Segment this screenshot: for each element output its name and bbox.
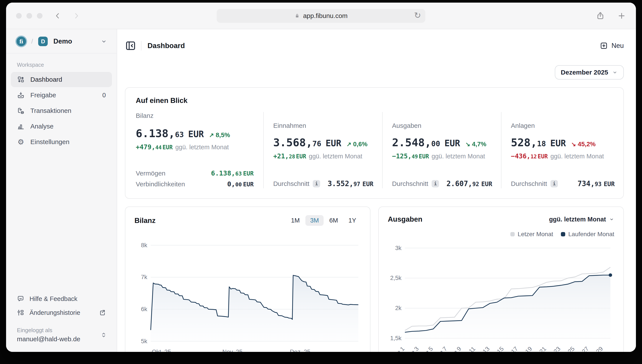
zoom-window-button[interactable] — [37, 13, 43, 19]
close-window-button[interactable] — [16, 13, 22, 19]
workspace-name: Demo — [53, 38, 72, 45]
svg-text:6k: 6k — [141, 306, 147, 312]
logged-in-label: Eingeloggt als — [17, 327, 80, 334]
average-row: Durchschnitt i 734,93EUR — [511, 180, 615, 188]
metric-value: 3.568, — [273, 136, 312, 149]
browser-window: app.fibunu.com ↻ fi / D Demo — [6, 2, 636, 352]
browser-back-icon[interactable] — [54, 12, 62, 20]
svg-text:5k: 5k — [141, 338, 147, 344]
sidebar-item-label: Analyse — [30, 123, 54, 130]
info-icon[interactable]: i — [550, 180, 558, 188]
browser-forward-icon[interactable] — [73, 12, 80, 20]
overview-title: Auf einen Blick — [136, 96, 623, 105]
charts-row: Bilanz 1M 3M 6M 1Y 8k7k6k5kOkt. 25Nov. 2… — [125, 206, 624, 352]
currency-label: EUR — [188, 129, 204, 139]
sidebar-item-freigabe[interactable]: Freigabe 0 — [11, 88, 112, 103]
svg-text:2k: 2k — [395, 305, 402, 311]
period-selector-button[interactable]: Dezember 2025 — [555, 65, 624, 80]
balance-chart-card: Bilanz 1M 3M 6M 1Y 8k7k6k5kOkt. 25Nov. 2… — [125, 206, 371, 352]
gear-icon: ⚙ — [17, 138, 25, 146]
info-icon[interactable]: i — [313, 180, 320, 188]
average-row: Durchschnitt i 2.607,92EUR — [392, 180, 492, 188]
external-link-icon — [99, 309, 106, 316]
chart-legend: Letzer Monat Laufender Monat — [388, 231, 614, 238]
sidebar-item-transaktionen[interactable]: Transaktionen — [11, 103, 112, 118]
sidebar-item-label: Dashboard — [30, 76, 62, 83]
metric-label: Bilanz — [136, 112, 254, 120]
expenses-chart: 3k2,5k2k1,5kTag 1Tag 3Tag 5Tag 7Tag 9Tag… — [388, 243, 614, 352]
sidebar-item-label: Hilfe & Feedback — [30, 295, 77, 302]
sidebar-item-einstellungen[interactable]: ⚙ Einstellungen — [11, 134, 112, 150]
metric-label: Ausgaben — [392, 122, 492, 129]
dashboard-grid-icon — [17, 76, 25, 84]
sidebar-item-dashboard[interactable]: Dashboard — [11, 72, 112, 87]
freigabe-count-badge: 0 — [102, 92, 106, 99]
overview-column-anlagen: Anlagen 528,18 EUR ↘45,2% −436,12EUR ggü… — [501, 112, 623, 188]
range-button-6m[interactable]: 6M — [325, 215, 343, 226]
transactions-icon — [17, 107, 25, 114]
svg-text:Tag 19: Tag 19 — [516, 345, 533, 352]
trend-up-icon: ↗ — [209, 132, 214, 139]
chevron-down-icon — [101, 38, 107, 45]
inbox-download-icon — [17, 91, 25, 99]
legend-swatch-navy — [561, 232, 565, 236]
svg-text:Tag 9: Tag 9 — [447, 345, 463, 352]
square-plus-icon — [600, 42, 608, 50]
reload-icon[interactable]: ↻ — [414, 11, 421, 20]
period-label: Dezember 2025 — [561, 69, 608, 76]
svg-text:Tag 1: Tag 1 — [391, 345, 406, 352]
trend-up-icon: ↗ — [346, 141, 351, 148]
range-button-1y[interactable]: 1Y — [344, 215, 361, 226]
currency-label: EUR — [444, 138, 460, 148]
share-icon[interactable] — [596, 12, 605, 20]
delta-row: +479,44EUR ggü. letztem Monat — [136, 143, 254, 151]
svg-text:8k: 8k — [141, 242, 147, 248]
trend-down-icon: ↘ — [571, 141, 576, 148]
chart-title: Ausgaben — [388, 215, 423, 224]
new-button[interactable]: Neu — [600, 42, 624, 50]
sidebar-item-label: Einstellungen — [30, 138, 69, 146]
sidebar-collapse-icon[interactable] — [125, 40, 136, 51]
sidebar-item-aenderungshistorie[interactable]: Änderungshistorie — [11, 306, 112, 320]
svg-text:Nov. 25: Nov. 25 — [222, 348, 242, 352]
window-controls[interactable] — [16, 13, 43, 19]
expenses-chart-card: Ausgaben ggü. letztem Monat — [378, 206, 624, 352]
overview-column-einnahmen: Einnahmen 3.568,76 EUR ↗0,6% +21,28EUR g… — [263, 112, 382, 188]
range-button-3m[interactable]: 3M — [305, 215, 324, 226]
user-account-selector[interactable]: Eingeloggt als manuel@hald-web.de — [6, 321, 117, 352]
metric-value: 528, — [511, 136, 537, 149]
legend-item-letzer-monat: Letzer Monat — [510, 231, 553, 238]
workspace-section-label: Workspace — [17, 62, 117, 68]
workspace-switcher[interactable]: fi / D Demo — [6, 29, 117, 54]
sidebar-item-analyse[interactable]: Analyse — [11, 119, 112, 134]
legend-swatch-gray — [510, 232, 515, 236]
compare-dropdown[interactable]: ggü. letztem Monat — [549, 216, 614, 223]
metric-label: Anlagen — [511, 122, 615, 129]
svg-text:Tag 21: Tag 21 — [530, 345, 547, 352]
currency-label: EUR — [550, 138, 566, 148]
range-button-1m[interactable]: 1M — [286, 215, 304, 226]
user-email: manuel@hald-web.de — [17, 336, 80, 343]
svg-text:Okt. 25: Okt. 25 — [152, 348, 171, 352]
delta-row: −125,49EUR ggü. letztem Monat — [392, 152, 492, 160]
sidebar-item-hilfe-feedback[interactable]: Hilfe & Feedback — [11, 292, 112, 306]
new-tab-icon[interactable] — [617, 12, 626, 20]
address-bar[interactable]: app.fibunu.com ↻ — [217, 9, 425, 23]
metric-label: Einnahmen — [273, 122, 374, 129]
chevron-down-icon — [609, 217, 614, 222]
minimize-window-button[interactable] — [27, 13, 32, 19]
info-icon[interactable]: i — [432, 180, 439, 188]
svg-text:Tag 15: Tag 15 — [488, 345, 505, 352]
sidebar: fi / D Demo Workspace Dashboard — [6, 29, 117, 352]
range-selector: 1M 3M 6M 1Y — [286, 215, 361, 226]
trend-down-icon: ↘ — [465, 141, 470, 148]
overview-column-bilanz: Bilanz 6.138,63 EUR ↗8,5% +479,44EUR ggü… — [125, 112, 263, 188]
trend-badge: ↘45,2% — [571, 140, 595, 148]
history-icon — [17, 309, 24, 316]
svg-text:Tag 11: Tag 11 — [460, 345, 477, 352]
balance-row-vermoegen: Vermögen 6.138,63EUR — [136, 169, 254, 177]
currency-label: EUR — [326, 138, 341, 148]
svg-text:Dez. 25: Dez. 25 — [290, 348, 310, 352]
svg-text:Tag 7: Tag 7 — [433, 345, 448, 352]
trend-badge: ↗8,5% — [209, 132, 230, 139]
